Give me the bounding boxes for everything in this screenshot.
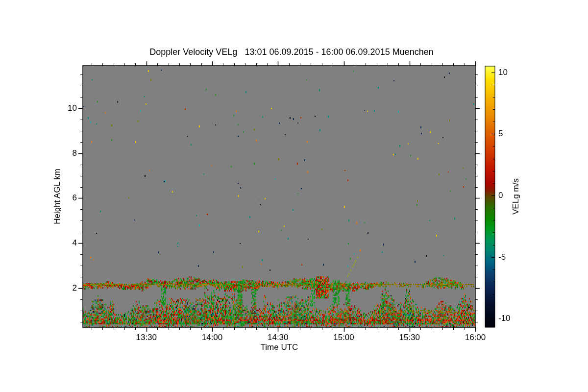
y-tick-label: 4 <box>53 238 77 248</box>
doppler-velocity-figure: Doppler Velocity VELg 13:01 06.09.2015 -… <box>0 0 588 392</box>
x-tick-label: 14:00 <box>195 333 229 343</box>
colorbar-tick-label: -5 <box>498 252 506 262</box>
colorbar-tick-label: 0 <box>498 191 503 200</box>
y-tick-label: 2 <box>53 283 77 293</box>
x-tick-label: 15:30 <box>392 333 427 343</box>
x-tick-label: 15:00 <box>327 333 361 343</box>
colorbar-tick-label: 5 <box>498 129 503 139</box>
colorbar-tick-label: -10 <box>498 314 511 323</box>
y-tick-label: 10 <box>53 103 77 113</box>
colorbar-tick-label: 10 <box>498 68 508 77</box>
y-tick-label: 6 <box>53 193 77 203</box>
x-axis-label: Time UTC <box>181 343 377 352</box>
x-tick-label: 13:30 <box>129 333 164 343</box>
x-tick-label: 14:30 <box>261 333 295 343</box>
x-tick-label: 16:00 <box>458 333 492 343</box>
chart-title: Doppler Velocity VELg 13:01 06.09.2015 -… <box>0 47 583 57</box>
colorbar-label: VELg m/s <box>511 178 521 215</box>
y-tick-label: 8 <box>53 148 77 158</box>
